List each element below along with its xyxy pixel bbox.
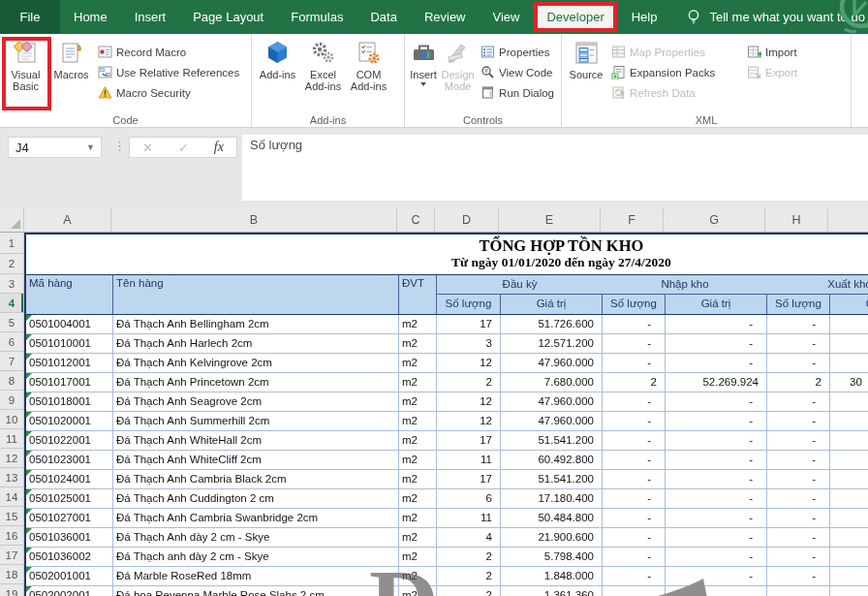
visual-basic-button[interactable]: Visual Basic xyxy=(3,36,48,110)
cell-e-qty[interactable]: 2 xyxy=(767,373,830,392)
cell-o-val[interactable]: 47.960.000 xyxy=(501,354,603,373)
macro-security-button[interactable]: Macro Security xyxy=(94,82,243,103)
cell-e-val[interactable] xyxy=(830,412,868,431)
cell-name[interactable]: Đá Thạch Anh Harlech 2cm xyxy=(113,334,399,354)
tab-review[interactable]: Review xyxy=(411,0,480,34)
header-outbound-value[interactable]: Giá trị xyxy=(830,295,868,314)
cell-unit[interactable]: m2 xyxy=(399,470,437,489)
row-header[interactable]: 17 xyxy=(0,546,24,565)
formula-bar-grip[interactable]: ⋮ xyxy=(113,139,126,153)
cell-e-val[interactable] xyxy=(830,451,868,470)
cell-i-val[interactable]: - xyxy=(666,548,767,567)
export-button[interactable]: Export xyxy=(743,62,819,82)
cell-code[interactable]: 0501020001 xyxy=(26,412,113,431)
macros-button[interactable]: Macros xyxy=(48,36,94,110)
cell-i-qty[interactable]: - xyxy=(603,354,666,373)
header-name[interactable]: Tên hàng xyxy=(113,275,399,314)
cell-e-val[interactable]: 30 xyxy=(830,373,868,392)
cell-e-qty[interactable]: - xyxy=(767,509,830,528)
cell-unit[interactable]: m2 xyxy=(399,354,437,373)
cell-o-val[interactable]: 60.492.800 xyxy=(501,451,603,470)
cell-code[interactable]: 0502001001 xyxy=(26,567,113,586)
column-header[interactable]: E xyxy=(499,208,601,232)
cell-e-qty[interactable]: - xyxy=(767,412,830,431)
cell-e-val[interactable] xyxy=(830,470,868,489)
cell-name[interactable]: Đá Thạch Anh Cambria Black 2cm xyxy=(113,470,399,489)
row-header[interactable]: 9 xyxy=(0,391,24,410)
row-header[interactable]: 15 xyxy=(0,507,24,526)
column-header[interactable]: B xyxy=(111,208,397,232)
cell-e-qty[interactable]: - xyxy=(767,470,830,489)
cell-o-qty[interactable]: 2 xyxy=(437,567,501,586)
properties-button[interactable]: Properties xyxy=(477,42,558,62)
cell-e-val[interactable] xyxy=(830,334,868,354)
row-header[interactable]: 11 xyxy=(0,429,24,449)
cell-code[interactable]: 0501036002 xyxy=(26,548,113,567)
cell-i-qty[interactable]: - xyxy=(603,567,666,586)
cell-unit[interactable]: m2 xyxy=(399,528,437,548)
record-macro-button[interactable]: Record Macro xyxy=(94,42,243,62)
cell-e-val[interactable] xyxy=(830,489,868,509)
cell-code[interactable]: 0501023001 xyxy=(26,451,113,470)
cell-code[interactable]: 0501024001 xyxy=(26,470,113,489)
tab-developer[interactable]: Developer xyxy=(534,2,616,32)
row-header[interactable]: 5 xyxy=(0,313,24,332)
cell-unit[interactable]: m2 xyxy=(399,431,437,451)
row-header[interactable]: 8 xyxy=(0,371,24,391)
cell-code[interactable]: 0501036001 xyxy=(26,528,113,548)
cell-code[interactable]: 0501017001 xyxy=(26,373,113,392)
cell-o-val[interactable]: 1.848.000 xyxy=(501,567,603,586)
cell-i-qty[interactable]: - xyxy=(603,489,666,509)
cell-i-val[interactable]: - xyxy=(666,412,767,431)
cell-i-qty[interactable]: - xyxy=(603,431,666,451)
cell-code[interactable]: 0501010001 xyxy=(26,334,113,354)
tab-page-layout[interactable]: Page Layout xyxy=(179,0,277,34)
cell-name[interactable]: Đá Thạch Anh WhiteCliff 2cm xyxy=(113,451,399,470)
tab-formulas[interactable]: Formulas xyxy=(277,0,356,34)
row-header[interactable]: 13 xyxy=(0,468,24,487)
cell-e-qty[interactable]: - xyxy=(767,315,830,334)
import-button[interactable]: Import xyxy=(743,42,819,62)
expansion-packs-button[interactable]: Expansion Packs xyxy=(607,62,743,82)
cell-unit[interactable]: m2 xyxy=(399,451,437,470)
cell-code[interactable]: 0501022001 xyxy=(26,431,113,451)
header-code[interactable]: Mã hàng xyxy=(26,275,113,314)
cell-i-val[interactable]: - xyxy=(666,354,767,373)
cell-code[interactable]: 0502002001 xyxy=(26,586,113,596)
cell-e-val[interactable] xyxy=(830,586,868,596)
column-header[interactable]: A xyxy=(24,208,111,232)
name-box-dropdown-icon[interactable]: ▼ xyxy=(86,142,95,152)
row-header[interactable]: 2 xyxy=(0,254,24,274)
cell-i-val[interactable]: - xyxy=(666,392,767,412)
cell-unit[interactable]: m2 xyxy=(399,392,437,412)
cell-e-qty[interactable]: - xyxy=(767,354,830,373)
header-outbound[interactable]: Xuất kho xyxy=(767,275,868,295)
tab-data[interactable]: Data xyxy=(356,0,410,34)
row-header[interactable]: 18 xyxy=(0,565,24,584)
row-header[interactable]: 14 xyxy=(0,487,24,507)
row-header[interactable]: 12 xyxy=(0,449,24,468)
cell-unit[interactable]: m2 xyxy=(399,567,437,586)
cell-i-qty[interactable]: - xyxy=(603,470,666,489)
cell-e-val[interactable] xyxy=(830,509,868,528)
cell-name[interactable]: Đá Thạch Anh Princetown 2cm xyxy=(113,373,399,392)
cell-name[interactable]: Đá Thạch Anh Summerhill 2cm xyxy=(113,412,399,431)
cell-code[interactable]: 0501004001 xyxy=(26,315,113,334)
cell-i-qty[interactable]: - xyxy=(603,451,666,470)
cell-i-val[interactable]: - xyxy=(666,334,767,354)
row-header[interactable]: 19 xyxy=(0,584,24,596)
design-mode-button[interactable]: Design Mode xyxy=(439,36,477,110)
select-all-corner[interactable] xyxy=(0,208,24,233)
title-row[interactable]: TỔNG HỢP TỒN KHO xyxy=(26,233,868,254)
cell-o-qty[interactable]: 2 xyxy=(437,373,501,392)
cell-o-val[interactable]: 51.726.600 xyxy=(501,315,603,334)
cell-unit[interactable]: m2 xyxy=(399,489,437,509)
cell-unit[interactable]: m2 xyxy=(399,586,437,596)
cell-e-qty[interactable]: - xyxy=(767,528,830,548)
row-header[interactable]: 4 xyxy=(0,294,24,313)
cell-o-val[interactable]: 7.680.000 xyxy=(501,373,603,392)
header-opening-value[interactable]: Giá trị xyxy=(501,295,603,314)
row-header[interactable]: 7 xyxy=(0,352,24,371)
cell-o-qty[interactable]: 12 xyxy=(437,412,501,431)
row-header[interactable]: 16 xyxy=(0,526,24,546)
